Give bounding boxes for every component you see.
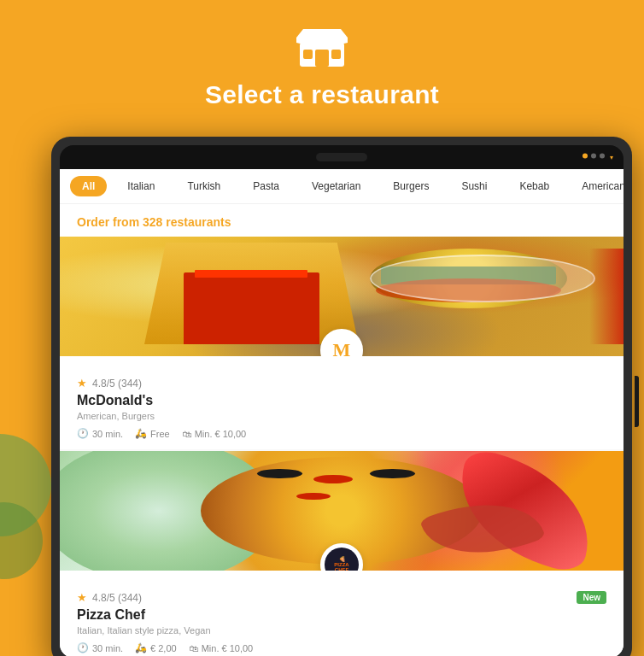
delivery-time-label: 30 min. [92,429,123,439]
delivery-time: 🕐 30 min. [77,642,123,653]
pizza-chef-cuisine: Italian, Italian style pizza, Vegan [77,625,606,636]
tablet-frame: ▾ All Italian Turkish Pasta Vegetarian B… [51,137,632,656]
pizza-chef-info: ★ 4.8/5 (344) New Pizza Chef Italian, It… [60,571,624,656]
min-order-label: Min. € 10,00 [195,429,247,439]
svg-rect-3 [331,50,341,59]
delivery-cost: 🛵 Free [135,428,170,439]
status-dot-3 [600,154,605,159]
category-turkish[interactable]: Turkish [175,176,232,196]
decoration [0,417,68,588]
star-icon: ★ [77,377,87,390]
category-vegetarian[interactable]: Vegetarian [300,176,372,196]
category-american[interactable]: American [570,176,624,196]
status-dot-1 [583,154,588,159]
restaurant-list: Order from 328 restaurants [60,204,624,656]
bag-icon: 🛍 [182,429,191,439]
kfc-partial [589,249,624,344]
new-badge: New [577,591,606,604]
category-sushi[interactable]: Sushi [449,176,499,196]
min-order: 🛍 Min. € 10,00 [189,643,254,653]
mcdonalds-rating-row: ★ 4.8/5 (344) [77,377,606,390]
category-burgers[interactable]: Burgers [381,176,441,196]
bike-icon: 🛵 [135,428,147,439]
delivery-time: 🕐 30 min. [77,428,123,439]
min-order: 🛍 Min. € 10,00 [182,429,247,439]
pizza-chef-logo-text: 🍕PIZZACHEF [325,548,359,571]
pizza-chef-delivery: 🕐 30 min. 🛵 € 2,00 🛍 Min. € 10,00 [77,642,606,653]
app-content: All Italian Turkish Pasta Vegetarian Bur… [60,169,624,656]
category-bar: All Italian Turkish Pasta Vegetarian Bur… [60,169,624,204]
clock-icon: 🕐 [77,428,89,439]
bike-icon: 🛵 [135,642,147,653]
category-pasta[interactable]: Pasta [241,176,291,196]
card-image-mcdonalds: M [60,237,624,356]
mcdonalds-rating: 4.8/5 (344) [92,378,142,390]
delivery-cost: 🛵 € 2,00 [135,642,177,653]
tablet-top-bar: ▾ [60,145,624,169]
delivery-cost-label: Free [150,429,170,439]
signal-icon: ▾ [610,154,613,161]
svg-rect-2 [303,50,313,59]
restaurant-card[interactable]: 🍕PIZZACHEF ★ 4.8/5 (344) New Pizza Chef … [60,451,624,656]
delivery-time-label: 30 min. [92,643,123,653]
mcdonalds-delivery: 🕐 30 min. 🛵 Free 🛍 Min. € 10,00 [77,428,606,439]
pizza-chef-name: Pizza Chef [77,607,606,623]
pizza-chef-rating-row: ★ 4.8/5 (344) New [77,591,606,604]
camera-bump [316,153,367,161]
pizza-chef-rating: 4.8/5 (344) [92,592,142,604]
svg-rect-1 [315,50,329,67]
mcdonalds-m: M [333,339,351,356]
category-all[interactable]: All [70,176,107,196]
star-icon: ★ [77,591,87,604]
min-order-label: Min. € 10,00 [202,643,254,653]
list-count: Order from 328 restaurants [77,215,231,229]
category-kebab[interactable]: Kebab [507,176,561,196]
list-header: Order from 328 restaurants [60,204,624,237]
category-italian[interactable]: Italian [115,176,167,196]
restaurant-card[interactable]: M ★ 4.8/5 (344) McDonald's American, Bur… [60,237,624,449]
page-header: Select a restaurant [0,0,644,126]
store-icon [296,24,348,68]
status-dot-2 [591,154,596,159]
status-dots: ▾ [583,154,613,161]
delivery-cost-label: € 2,00 [150,643,177,653]
bag-icon: 🛍 [189,643,198,653]
mcdonalds-info: ★ 4.8/5 (344) McDonald's American, Burge… [60,356,624,449]
tablet-power-button[interactable] [635,376,639,427]
page-title: Select a restaurant [205,80,439,109]
clock-icon: 🕐 [77,642,89,653]
mcdonalds-cuisine: American, Burgers [77,411,606,421]
mcdonalds-name: McDonald's [77,393,606,408]
card-image-pizza: 🍕PIZZACHEF [60,451,624,571]
